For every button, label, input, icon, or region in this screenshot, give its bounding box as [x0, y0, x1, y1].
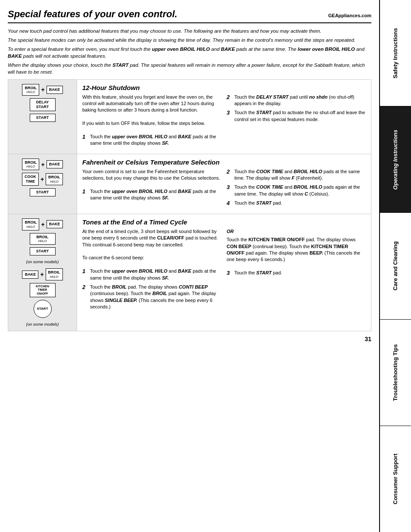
right-steps-temperature: 2 Touch the COOK TIME and BROIL HI/LO pa…: [227, 168, 366, 209]
btn-broil-t2: BROILHI/LO: [46, 173, 63, 185]
btn-row-ton6: START: [34, 300, 52, 318]
btn-delay-start: DELAYSTART: [30, 98, 56, 111]
diagram-temperature: BROILHI/LO + BAKE COOKTIME + BROILHI/LO …: [8, 154, 77, 214]
page-header: Special features of your oven control. G…: [8, 9, 371, 23]
or-text: OR: [227, 228, 366, 235]
sidebar-label-operating: Operating Instructions: [392, 130, 399, 190]
intro-p2: The special feature modes can only be ac…: [8, 37, 371, 44]
sidebar-section-troubleshooting: Troubleshooting Tips: [380, 320, 411, 426]
intro-p4: When the display shows your choice, touc…: [8, 62, 371, 75]
content-tones: Tones at the End of a Timed Cycle At the…: [77, 214, 371, 331]
step-temp-4: 4 Touch the START pad.: [227, 200, 366, 207]
shutdown-off: If you wish to turn OFF this feature, fo…: [82, 120, 221, 127]
page-title: Special features of your oven control.: [8, 9, 177, 20]
btn-row-t3: START: [30, 188, 56, 196]
btn-row-t2: COOKTIME + BROILHI/LO: [22, 173, 63, 186]
sidebar-label-care: Care and Cleaning: [392, 241, 399, 290]
step-tones-3: 3 Touch the START pad.: [227, 270, 366, 277]
step-shutdown-1: 1 Touch the upper oven BROIL HI/LO and B…: [82, 134, 221, 147]
btn-bake-ton1: BAKE: [47, 220, 63, 228]
temp-desc: Your oven control is set to use the Fahr…: [82, 168, 221, 182]
section-temperature: BROILHI/LO + BAKE COOKTIME + BROILHI/LO …: [8, 154, 371, 214]
intro-block: Your new touch pad control has additiona…: [8, 28, 371, 76]
tones-cancel-intro: To cancel the 6-second beep:: [82, 255, 221, 261]
btn-broil-hi-lo: BROILHI/LO: [22, 84, 39, 96]
intro-p1: Your new touch pad control has additiona…: [8, 28, 371, 34]
two-col-temperature: Your oven control is set to use the Fahr…: [82, 168, 366, 209]
content-temperature: Fahrenheit or Celsius Temperature Select…: [77, 154, 371, 214]
plus-t2: +: [40, 176, 44, 183]
sidebar-section-safety: Safety Instructions: [380, 0, 411, 106]
page-number: 31: [8, 336, 371, 342]
sidebar-label-troubleshooting: Troubleshooting Tips: [392, 344, 399, 401]
btn-bake-1: BAKE: [47, 86, 63, 94]
sidebar-section-operating: Operating Instructions: [380, 106, 411, 213]
section-shutdown: BROILHI/LO + BAKE DELAYSTART START 12-Ho…: [8, 79, 371, 154]
btn-start-t: START: [30, 188, 56, 196]
diagram-shutdown: BROILHI/LO + BAKE DELAYSTART START: [8, 80, 77, 154]
plus-ton2: +: [40, 271, 44, 278]
two-col-tones: At the end of a timed cycle, 3 short bee…: [82, 228, 366, 313]
btn-broil-ton1: BROILHI/LO: [22, 218, 39, 230]
sidebar-section-consumer: Consumer Support: [380, 426, 411, 532]
title-shutdown: 12-Hour Shutdown: [82, 84, 366, 91]
step-temp-3: 3 Touch the COOK TIME and BROIL HI/LO pa…: [227, 184, 366, 197]
title-tones: Tones at the End of a Timed Cycle: [82, 218, 366, 226]
btn-cook-time: COOKTIME: [22, 173, 39, 186]
btn-bake-ton2: BAKE: [22, 271, 38, 279]
intro-p3: To enter a special feature for either ov…: [8, 46, 371, 59]
step-shutdown-3: 3 Touch the START pad to activate the no…: [227, 109, 366, 123]
diagram-note-bottom: (on some models): [26, 322, 59, 327]
step-shutdown-2: 2 Touch the DELAY START pad until no shd…: [227, 94, 366, 107]
btn-broil-ton2: BROILHI/LO: [30, 233, 56, 245]
step-temp-1: 1 Touch the upper oven BROIL HI/LO and B…: [82, 188, 221, 202]
right-steps-tones: OR Touch the KITCHEN TIMER ON/OFF pad. T…: [227, 228, 366, 313]
tones-or-desc: Touch the KITCHEN TIMER ON/OFF pad. The …: [227, 236, 366, 263]
btn-row-ton1: BROILHI/LO + BAKE: [22, 218, 62, 230]
btn-row-2: DELAYSTART: [30, 98, 56, 111]
step-tones-2: 2 Touch the BROIL pad. The display shows…: [82, 284, 221, 311]
section-tones: BROILHI/LO + BAKE BROILHI/LO START (on s…: [8, 214, 371, 331]
plus-ton1: +: [41, 221, 44, 228]
btn-broil-t1: BROILHI/LO: [22, 159, 39, 171]
btn-row-ton4: BAKE + BROILHI/LO: [22, 268, 62, 280]
btn-broil-ton3: BROILHI/LO: [46, 268, 63, 280]
sidebar-section-care: Care and Cleaning: [380, 213, 411, 319]
plus-1: +: [41, 86, 44, 93]
right-steps-shutdown: 2 Touch the DELAY START pad until no shd…: [227, 94, 366, 149]
btn-start-ton1: START: [30, 247, 56, 255]
btn-row-ton5: KITCHENTIMERON/OFF: [30, 283, 56, 297]
btn-kitchen-timer: KITCHENTIMERON/OFF: [30, 283, 56, 297]
sidebar-label-safety: Safety Instructions: [392, 28, 399, 78]
left-desc-shutdown: With this feature, should you forget and…: [82, 94, 221, 149]
btn-row-ton3: START: [30, 247, 56, 255]
btn-bake-t1: BAKE: [47, 160, 63, 168]
plus-t1: +: [41, 161, 44, 168]
sidebar-label-consumer: Consumer Support: [392, 454, 399, 504]
left-desc-temperature: Your oven control is set to use the Fahr…: [82, 168, 221, 209]
diagram-note-top: (on some models): [26, 259, 59, 264]
diagram-tones: BROILHI/LO + BAKE BROILHI/LO START (on s…: [8, 214, 77, 331]
two-col-shutdown: With this feature, should you forget and…: [82, 94, 366, 149]
btn-row-ton2: BROILHI/LO: [30, 233, 56, 245]
btn-row-1: BROILHI/LO + BAKE: [22, 84, 62, 96]
step-temp-2: 2 Touch the COOK TIME and BROIL HI/LO pa…: [227, 168, 366, 182]
btn-row-t1: BROILHI/LO + BAKE: [22, 159, 62, 171]
btn-start-ton2: START: [34, 300, 52, 318]
website-label: GEAppliances.com: [328, 13, 371, 18]
btn-row-3: START: [30, 114, 56, 122]
left-desc-tones: At the end of a timed cycle, 3 short bee…: [82, 228, 221, 313]
sidebar: Safety Instructions Operating Instructio…: [379, 0, 411, 532]
step-tones-1: 1 Touch the upper oven BROIL HI/LO and B…: [82, 268, 221, 281]
main-content: Special features of your oven control. G…: [0, 0, 379, 532]
shutdown-desc: With this feature, should you forget and…: [82, 94, 221, 114]
content-shutdown: 12-Hour Shutdown With this feature, shou…: [77, 80, 371, 154]
tones-desc: At the end of a timed cycle, 3 short bee…: [82, 228, 221, 248]
title-temperature: Fahrenheit or Celsius Temperature Select…: [82, 159, 366, 166]
btn-start-1: START: [30, 114, 56, 122]
